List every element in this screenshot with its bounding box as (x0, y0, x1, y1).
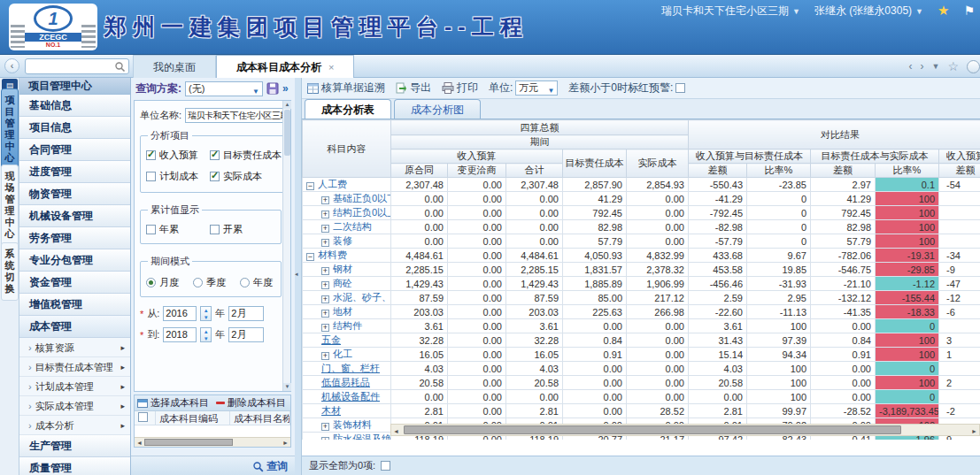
sidebar-item[interactable]: 进度管理 (19, 161, 130, 183)
refresh-icon[interactable] (967, 60, 980, 73)
expand-node-icon[interactable]: + (321, 225, 329, 233)
bookmark-star-icon[interactable]: ☆ (947, 59, 959, 73)
expand-node-icon[interactable]: + (321, 352, 329, 360)
scheme-select[interactable]: (无)▼ (185, 81, 263, 96)
scroll-left-icon[interactable]: ◄ (136, 439, 143, 447)
scroll-left-icon[interactable]: ◄ (393, 427, 399, 435)
query-button[interactable]: 查询 (252, 459, 288, 474)
subject-link[interactable]: 木材 (321, 405, 341, 416)
to-year-input[interactable]: 2018 (163, 327, 197, 342)
project-selector[interactable]: 瑞贝卡和天下住宅小区三期▼ (661, 4, 800, 19)
checkbox-option[interactable]: 开累 (210, 223, 275, 236)
back-button[interactable]: ‹ (4, 58, 19, 73)
scroll-down-icon[interactable]: ▼ (283, 383, 291, 391)
subject-link[interactable]: 装饰材料 (333, 419, 372, 430)
scroll-right-icon[interactable]: ► (971, 427, 977, 435)
subject-link[interactable]: 二次结构 (333, 221, 372, 232)
sidebar-item[interactable]: 专业分包管理 (19, 249, 130, 272)
expand-node-icon[interactable]: + (321, 267, 329, 275)
sidebar-subitem[interactable]: ›目标责任成本管理▸ (19, 357, 130, 377)
vertical-tab[interactable]: 系 统 切 换 (1, 242, 19, 301)
sidebar-item[interactable]: 物资管理 (19, 183, 130, 205)
subject-link[interactable]: 机械设备配件 (321, 391, 380, 402)
collapse-node-icon[interactable]: − (306, 253, 314, 261)
checkbox[interactable] (210, 150, 220, 160)
subject-link[interactable]: 防水保温及绝热... (333, 433, 391, 440)
subject-link[interactable]: 低值易耗品 (321, 377, 370, 387)
checkbox-option[interactable]: 年累 (146, 223, 210, 236)
tab-list-icon[interactable]: ▼ (932, 62, 940, 71)
favorite-star-icon[interactable]: ★ (938, 3, 949, 19)
checkbox-option[interactable]: 实际成本 (210, 170, 282, 183)
sidebar-item[interactable]: 基础信息 (19, 95, 130, 117)
from-year-input[interactable]: 2016 (163, 306, 197, 321)
subject-link[interactable]: 人工费 (318, 179, 347, 189)
print-button[interactable]: 打印 (442, 80, 478, 96)
scroll-up-icon[interactable]: ▲ (283, 101, 291, 109)
checkbox[interactable] (210, 225, 220, 234)
subject-link[interactable]: 水泥、砂子、砌... (333, 292, 391, 303)
expand-node-icon[interactable]: + (321, 310, 329, 318)
subject-link[interactable]: 五金 (321, 334, 341, 345)
unit-select[interactable]: 万元▼ (515, 80, 558, 96)
sidebar-item[interactable]: 增值税管理 (19, 294, 130, 316)
sidebar-subitem[interactable]: ›计划成本管理▸ (19, 377, 130, 396)
from-month-select[interactable]: 2月 (228, 306, 264, 321)
sidebar-subitem[interactable]: ›核算资源▸ (19, 338, 130, 357)
subject-link[interactable]: 基础正负0以下 (333, 193, 391, 203)
subject-link[interactable]: 化工 (333, 349, 352, 359)
radio-button[interactable] (240, 278, 250, 287)
checkbox-option[interactable]: 收入预算 (146, 149, 210, 162)
trace-voucher-button[interactable]: 核算单据追溯 (307, 80, 385, 96)
analysis-tab[interactable]: 成本分析图 (394, 99, 481, 119)
user-menu[interactable]: 张继永 (张继永0305)▼ (814, 4, 923, 19)
unit-name-input[interactable]: 瑞贝卡和天下住宅小区三期 (185, 108, 284, 123)
window-tab[interactable]: 我的桌面 (133, 55, 216, 78)
radio-option[interactable]: 年度 (240, 276, 273, 289)
hscroll-thumb[interactable] (404, 425, 901, 434)
checkbox[interactable] (146, 172, 156, 181)
tab-scroll-left-icon[interactable]: ‹ (909, 60, 913, 73)
show-zero-checkbox[interactable] (381, 461, 390, 471)
expand-node-icon[interactable]: + (321, 423, 329, 431)
scroll-right-icon[interactable]: ► (282, 439, 289, 447)
sidebar-item[interactable]: 质量管理 (19, 457, 130, 475)
radio-option[interactable]: 月度 (146, 276, 179, 289)
to-year-stepper[interactable]: ▲▼ (200, 327, 212, 342)
red-warning-checkbox[interactable] (675, 83, 685, 93)
expand-node-icon[interactable]: + (321, 295, 329, 303)
expand-node-icon[interactable]: + (321, 239, 329, 247)
subject-link[interactable]: 钢材 (333, 264, 352, 274)
sidebar-subitem[interactable]: ›实际成本管理▸ (19, 396, 130, 416)
delete-cost-subject-button[interactable]: 删除成本科目 (216, 396, 286, 410)
checkbox-option[interactable]: 计划成本 (146, 170, 210, 183)
radio-button[interactable] (193, 278, 203, 287)
vertical-tab[interactable]: 现 场 管 理 中 心 (1, 165, 19, 246)
collapse-node-icon[interactable]: − (306, 182, 314, 190)
subject-link[interactable]: 装修 (333, 235, 352, 246)
select-cost-subject-button[interactable]: 选择成本科目 (137, 396, 209, 410)
subject-link[interactable]: 地材 (333, 306, 352, 317)
table-hscrollbar[interactable]: ◄ ► (390, 424, 980, 436)
subject-link[interactable]: 结构件 (333, 320, 362, 331)
sidebar-item[interactable]: 机械设备管理 (19, 205, 130, 227)
sidebar-subitem[interactable]: ›成本分析▸ (19, 416, 130, 435)
from-year-stepper[interactable]: ▲▼ (200, 306, 212, 321)
to-month-select[interactable]: 2月 (228, 327, 264, 342)
subject-link[interactable]: 结构正负0以上 (333, 207, 391, 218)
expand-node-icon[interactable]: + (321, 211, 329, 218)
expand-node-icon[interactable]: + (321, 437, 329, 440)
select-all-checkbox[interactable] (138, 412, 148, 422)
sidebar-item[interactable]: 项目信息 (19, 117, 130, 139)
notification-icon[interactable]: ⚑ (963, 4, 975, 18)
sidebar-item[interactable]: 资金管理 (19, 272, 130, 294)
tab-scroll-right-icon[interactable]: › (921, 60, 924, 73)
checkbox-option[interactable]: 目标责任成本 (210, 149, 282, 162)
expand-node-icon[interactable]: + (321, 324, 329, 332)
window-tab[interactable]: 成本科目成本分析× (216, 55, 354, 78)
radio-button[interactable] (146, 278, 156, 287)
checkbox[interactable] (210, 172, 220, 181)
subject-link[interactable]: 门、窗、栏杆 (321, 363, 380, 373)
vertical-tab[interactable]: 项 目 管 理 中 心 (1, 88, 19, 170)
radio-option[interactable]: 季度 (193, 276, 226, 289)
